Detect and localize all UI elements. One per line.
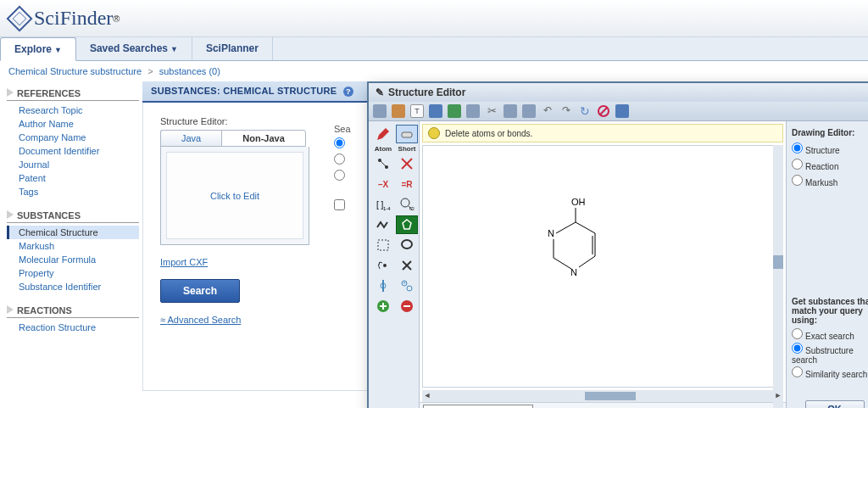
search-type-radio-2[interactable]: [334, 154, 345, 165]
modal-titlebar[interactable]: ✎ Structure Editor: [369, 83, 868, 102]
ring-tool-icon[interactable]: [396, 215, 418, 234]
sidebar-item-substance-identifier[interactable]: Substance Identifier: [7, 280, 139, 293]
match-similarity[interactable]: Similarity search: [792, 366, 868, 379]
atom-symbol-input[interactable]: [423, 405, 533, 408]
match-substructure[interactable]: Substructure search: [792, 343, 868, 365]
right-panel: Drawing Editor: Structure Reaction Marku…: [786, 121, 868, 408]
add-atom-icon[interactable]: [372, 297, 394, 316]
atom-br[interactable]: Br: [648, 407, 658, 408]
atom-si[interactable]: Si: [691, 407, 699, 408]
molecule-drawing[interactable]: OH N N: [533, 197, 601, 290]
tab-sciplanner[interactable]: SciPlanner: [192, 37, 273, 60]
atom-s[interactable]: S: [586, 407, 592, 408]
print-icon[interactable]: [466, 104, 480, 118]
structure-editor-modal: ✎ Structure Editor T ✂ ↶ ↷ ↻: [367, 81, 868, 408]
de-structure[interactable]: Structure: [792, 142, 868, 155]
lasso-tool-icon[interactable]: [396, 236, 418, 254]
tool-palette: Atom Short –X =R [ ]1-4 Cl +: [369, 121, 420, 408]
svg-line-35: [554, 258, 571, 269]
sidebar-heading-substances: SUBSTANCES: [7, 207, 139, 223]
paste-icon[interactable]: [522, 104, 536, 118]
redo-icon[interactable]: ↷: [559, 104, 573, 118]
svg-text:1-4: 1-4: [383, 206, 391, 211]
atom-cl[interactable]: Cl: [631, 407, 639, 408]
save-icon[interactable]: [429, 104, 442, 118]
repeat-tool-icon[interactable]: [ ]1-4: [372, 195, 394, 214]
tab-saved-searches[interactable]: Saved Searches▼: [76, 37, 192, 60]
ok-button[interactable]: OK: [805, 400, 865, 408]
help-icon[interactable]: ?: [343, 87, 353, 97]
tab-java[interactable]: Java: [160, 130, 221, 147]
select-rect-icon[interactable]: [372, 236, 394, 254]
tab-non-java[interactable]: Non-Java: [221, 130, 306, 147]
shortcut-tool-icon[interactable]: [396, 154, 418, 173]
cut-icon[interactable]: ✂: [485, 104, 498, 118]
search-type-group: Sea: [334, 120, 351, 215]
chiral-tool-icon[interactable]: [372, 276, 394, 295]
search-type-radio-3[interactable]: [334, 170, 345, 181]
content-panel: SUBSTANCES: CHEMICAL STRUCTURE ? Structu…: [142, 81, 861, 391]
de-markush[interactable]: Markush: [792, 175, 868, 187]
atom-i[interactable]: I: [680, 407, 682, 408]
atom-c[interactable]: C: [540, 407, 547, 408]
bulb-icon: [428, 127, 440, 139]
atom-n[interactable]: N: [601, 407, 608, 408]
de-reaction[interactable]: Reaction: [792, 159, 868, 171]
sidebar-item-reaction-structure[interactable]: Reaction Structure: [7, 321, 139, 334]
open-icon[interactable]: [392, 104, 405, 118]
sidebar-item-company-name[interactable]: Company Name: [7, 131, 139, 144]
modal-toolbar: T ✂ ↶ ↷ ↻: [369, 102, 868, 121]
canvas-vscroll[interactable]: [773, 145, 783, 408]
rotate-tool-icon[interactable]: [372, 256, 394, 275]
sidebar-item-research-topic[interactable]: Research Topic: [7, 103, 139, 117]
atom-label-n1: N: [548, 228, 554, 238]
text-tool-icon[interactable]: T: [410, 104, 424, 118]
new-icon[interactable]: [373, 104, 387, 118]
sidebar-item-document-identifier[interactable]: Document Identifier: [7, 144, 139, 158]
breadcrumb-substances[interactable]: substances (0): [159, 66, 220, 76]
breadcrumb-structure[interactable]: Chemical Structure substructure: [8, 66, 142, 76]
tab-explore[interactable]: Explore▼: [0, 37, 76, 61]
eraser-tool-icon[interactable]: [396, 125, 418, 143]
sidebar-item-chemical-structure[interactable]: Chemical Structure: [7, 226, 139, 239]
sidebar-heading-reactions: REACTIONS: [7, 302, 139, 318]
export-icon[interactable]: [448, 104, 461, 118]
sidebar-item-patent[interactable]: Patent: [7, 171, 139, 185]
rgroup-tool-icon[interactable]: =R: [396, 175, 418, 193]
atom-buttons: C H O S N P Cl Br F I: [540, 407, 699, 408]
atom-o[interactable]: O: [570, 407, 578, 408]
chain-tool-icon[interactable]: [372, 215, 394, 234]
atom-label: Atom: [372, 145, 394, 153]
refresh-icon[interactable]: ↻: [578, 104, 592, 118]
variable-x-tool-icon[interactable]: –X: [372, 175, 394, 193]
sidebar-item-molecular-formula[interactable]: Molecular Formula: [7, 253, 139, 266]
svg-rect-14: [378, 240, 388, 250]
atom-f[interactable]: F: [666, 407, 672, 408]
sidebar-item-journal[interactable]: Journal: [7, 158, 139, 171]
search-button[interactable]: Search: [160, 279, 240, 303]
atom-h[interactable]: H: [555, 407, 562, 408]
structure-canvas[interactable]: OH N N: [422, 145, 783, 388]
search-type-checkbox[interactable]: [334, 199, 345, 210]
breadcrumb: Chemical Structure substructure > substa…: [0, 61, 868, 81]
copy-icon[interactable]: [504, 104, 517, 118]
settings-icon[interactable]: [615, 104, 629, 118]
edit-tool-icon[interactable]: [396, 256, 418, 275]
remove-atom-icon[interactable]: [396, 297, 418, 316]
sidebar-item-tags[interactable]: Tags: [7, 185, 139, 198]
clear-icon[interactable]: [597, 104, 610, 118]
match-exact[interactable]: Exact search: [792, 328, 868, 341]
undo-icon[interactable]: ↶: [541, 104, 554, 118]
atom-p[interactable]: P: [616, 407, 622, 408]
sidebar-item-author-name[interactable]: Author Name: [7, 117, 139, 131]
atom-query-tool-icon[interactable]: Cl: [396, 195, 418, 214]
sidebar-item-markush[interactable]: Markush: [7, 239, 139, 253]
pencil-tool-icon[interactable]: [372, 125, 394, 143]
charge-tool-icon[interactable]: +: [396, 276, 418, 295]
atom-tool-icon[interactable]: [372, 154, 394, 173]
search-type-radio-1[interactable]: [334, 137, 345, 148]
sidebar-item-property[interactable]: Property: [7, 266, 139, 280]
canvas-hscroll[interactable]: ◄►: [422, 390, 783, 402]
structure-preview[interactable]: Click to Edit: [160, 147, 309, 245]
atom-label-n2: N: [570, 267, 577, 277]
